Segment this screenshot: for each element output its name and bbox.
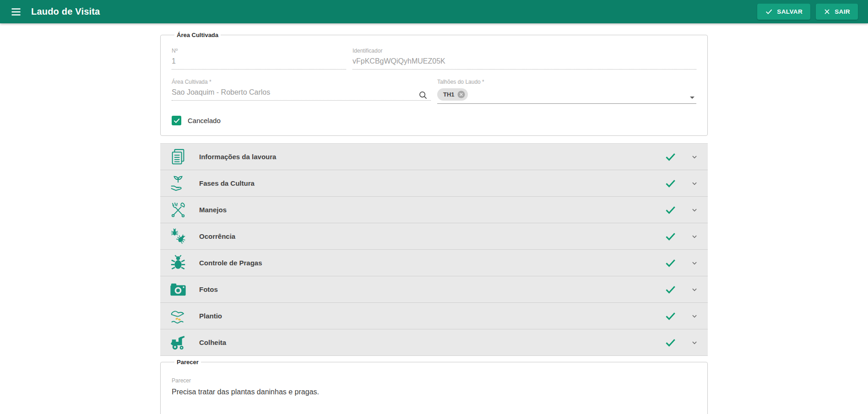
app-bar: Laudo de Visita SALVAR SAIR	[0, 0, 868, 23]
area-cultivada-fieldset: Área Cultivada Nº 1 Identificador vFpKCB…	[160, 32, 708, 136]
talhoes-field: Talhões do Laudo * TH1	[437, 79, 696, 104]
identificador-label: Identificador	[353, 48, 696, 54]
parecer-label: Parecer	[172, 377, 696, 384]
section-row-fotos[interactable]: Fotos	[160, 276, 708, 303]
section-expand-chevron-icon[interactable]	[689, 231, 700, 242]
section-row-colheita[interactable]: Colheita	[160, 329, 708, 356]
chevron-down-icon[interactable]	[690, 97, 694, 99]
document-stack-icon	[169, 148, 187, 166]
section-row-plantio[interactable]: Plantio	[160, 303, 708, 329]
section-complete-check-icon	[664, 283, 677, 296]
section-row-manejos[interactable]: Manejos	[160, 197, 708, 223]
harvester-icon	[169, 334, 187, 351]
section-row-controle-de-pragas[interactable]: Controle de Pragas	[160, 250, 708, 276]
section-label: Fotos	[199, 285, 664, 293]
section-complete-check-icon	[664, 336, 677, 349]
cancelado-row: Cancelado	[172, 116, 696, 125]
close-icon	[824, 8, 830, 15]
exit-button-label: SAIR	[835, 8, 850, 15]
section-row-fases-da-cultura[interactable]: Fases da Cultura	[160, 170, 708, 197]
section-complete-check-icon	[664, 257, 677, 269]
section-row-informacoes-da-lavoura[interactable]: Informações da lavoura	[160, 144, 708, 170]
hand-seeds-icon	[169, 307, 187, 325]
hand-sprout-icon	[169, 175, 187, 192]
parecer-fieldset: Parecer Parecer Precisa tratar das plant…	[160, 359, 708, 414]
section-expand-chevron-icon[interactable]	[689, 178, 700, 188]
numero-label: Nº	[172, 48, 346, 54]
exit-button[interactable]: SAIR	[816, 4, 858, 20]
area-cultivada-label: Área Cultivada *	[172, 79, 431, 85]
section-expand-chevron-icon[interactable]	[689, 338, 700, 348]
talhoes-select[interactable]: TH1	[437, 88, 696, 104]
section-complete-check-icon	[664, 204, 677, 216]
section-complete-check-icon	[664, 151, 677, 163]
parecer-legend: Parecer	[174, 359, 201, 366]
section-expand-chevron-icon[interactable]	[689, 285, 700, 295]
section-label: Plantio	[199, 312, 664, 320]
save-button-label: SALVAR	[777, 8, 803, 15]
crossed-tools-icon	[169, 201, 187, 219]
section-label: Fases da Cultura	[199, 179, 664, 187]
section-label: Informações da lavoura	[199, 153, 664, 161]
numero-field: Nº 1	[172, 48, 346, 70]
bugs-icon	[169, 228, 187, 245]
bug-icon	[169, 254, 187, 272]
identificador-input: vFpKCBgWQiQyhMUEZ05K	[353, 57, 696, 70]
section-expand-chevron-icon[interactable]	[689, 258, 700, 268]
camera-icon	[169, 281, 187, 298]
talhao-chip-label: TH1	[443, 91, 455, 98]
page-title: Laudo de Visita	[31, 6, 100, 17]
section-label: Colheita	[199, 339, 664, 346]
section-complete-check-icon	[664, 177, 677, 189]
section-label: Manejos	[199, 206, 664, 214]
cancelado-label: Cancelado	[188, 117, 221, 124]
talhoes-label: Talhões do Laudo *	[437, 79, 696, 85]
talhao-chip[interactable]: TH1	[437, 88, 468, 101]
search-icon[interactable]	[418, 90, 428, 100]
save-button[interactable]: SALVAR	[757, 4, 810, 20]
cancelado-checkbox[interactable]	[172, 116, 181, 125]
sections-accordion: Informações da lavoura Fases da Cultura	[160, 143, 708, 356]
section-complete-check-icon	[664, 230, 677, 242]
section-label: Ocorrência	[199, 232, 664, 240]
numero-input: 1	[172, 57, 346, 70]
menu-icon[interactable]	[9, 5, 23, 19]
section-label: Controle de Pragas	[199, 259, 664, 267]
section-expand-chevron-icon[interactable]	[689, 311, 700, 321]
area-cultivada-legend: Área Cultivada	[174, 32, 221, 38]
area-cultivada-field: Área Cultivada * Sao Joaquim - Roberto C…	[172, 79, 431, 104]
chip-remove-icon[interactable]	[457, 91, 465, 98]
check-icon	[765, 8, 773, 16]
identificador-field: Identificador vFpKCBgWQiQyhMUEZ05K	[353, 48, 696, 70]
section-row-ocorrencia[interactable]: Ocorrência	[160, 223, 708, 250]
section-complete-check-icon	[664, 310, 677, 322]
section-expand-chevron-icon[interactable]	[689, 152, 700, 162]
parecer-input[interactable]: Precisa tratar das plantas daninhas e pr…	[172, 388, 696, 414]
section-expand-chevron-icon[interactable]	[689, 205, 700, 215]
area-cultivada-input: Sao Joaquim - Roberto Carlos	[172, 88, 431, 101]
